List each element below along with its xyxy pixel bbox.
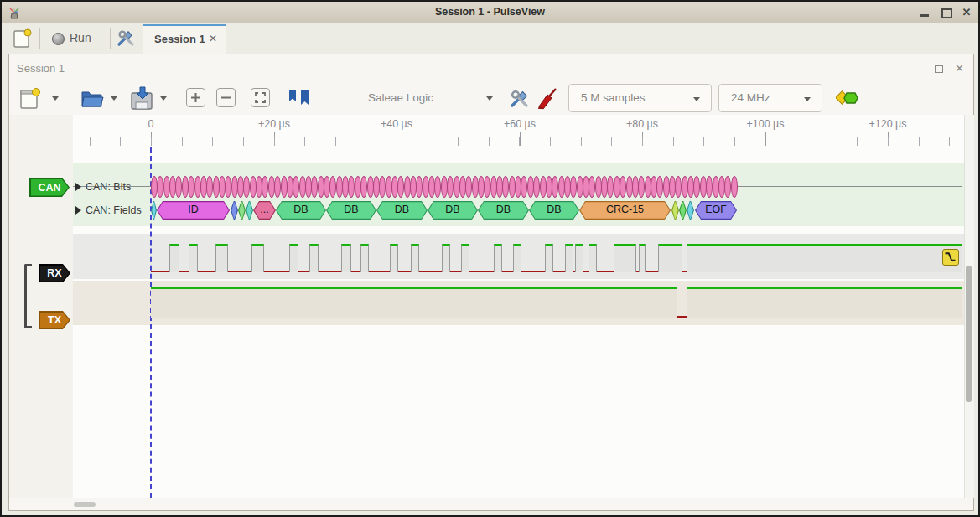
plus-icon (187, 89, 205, 106)
signal-tag-rx-label: RX (40, 266, 70, 282)
trace-view[interactable] (9, 115, 964, 498)
add-decoder-icon[interactable] (836, 90, 859, 106)
label-gutter (9, 115, 73, 498)
channels-probe-icon[interactable] (537, 86, 558, 111)
minimize-icon (920, 14, 929, 17)
run-label: Run (70, 31, 91, 44)
sample-count-caret (693, 97, 700, 101)
dock-title: Session 1 (17, 62, 65, 75)
zoom-out-button[interactable] (216, 88, 236, 107)
toolbar-separator (39, 28, 40, 49)
float-icon (935, 65, 943, 73)
row-label-can-bits[interactable]: CAN: Bits (86, 181, 131, 193)
settings-wrench-icon[interactable] (116, 28, 136, 48)
horizontal-scrollbar-handle[interactable] (74, 502, 96, 507)
titlebar: Session 1 - PulseView ✕ (2, 2, 978, 23)
run-button[interactable]: Run (45, 25, 104, 50)
device-selector[interactable]: Saleae Logic (368, 91, 433, 104)
dock-float-button[interactable] (935, 62, 946, 74)
sample-rate-value: 24 MHz (731, 91, 770, 104)
channel-group-bracket (24, 264, 32, 328)
sample-rate-caret (804, 97, 811, 101)
maximize-button[interactable] (936, 2, 955, 23)
vertical-scrollbar-handle[interactable] (966, 266, 972, 402)
sample-count-combobox[interactable]: 5 M samples (568, 84, 712, 112)
new-file-icon[interactable] (18, 87, 42, 111)
zoom-in-button[interactable] (186, 88, 205, 107)
window-title: Session 1 - PulseView (2, 6, 978, 18)
toolbar-separator (110, 28, 111, 49)
decoder-tag-can-label: CAN (31, 179, 69, 196)
close-button[interactable]: ✕ (957, 2, 976, 23)
new-file-dropdown-caret[interactable] (52, 96, 59, 101)
open-file-icon[interactable] (80, 87, 105, 109)
configure-device-icon[interactable] (508, 87, 531, 110)
tab-session-1[interactable]: Session 1 ✕ (143, 24, 226, 54)
save-file-dropdown-caret[interactable] (160, 96, 167, 101)
tab-label: Session 1 (154, 33, 205, 45)
zoom-fit-button[interactable] (251, 88, 270, 107)
decoder-tag-can[interactable]: CAN (29, 178, 70, 197)
open-file-dropdown-caret[interactable] (111, 96, 117, 101)
row-label-can-fields[interactable]: CAN: Fields (86, 204, 142, 216)
minimize-button[interactable] (915, 2, 934, 23)
save-file-icon[interactable] (129, 86, 154, 111)
minus-icon (217, 89, 235, 106)
tab-close-icon[interactable]: ✕ (209, 33, 217, 44)
sample-rate-combobox[interactable]: 24 MHz (718, 84, 822, 112)
device-dropdown-caret[interactable] (486, 96, 493, 101)
run-state-icon (52, 33, 65, 45)
sample-count-value: 5 M samples (581, 91, 646, 104)
pulseview-window: Session 1 - PulseView ✕ Run Session 1 ✕ … (0, 0, 980, 517)
new-session-icon[interactable] (12, 28, 34, 49)
dock-close-button[interactable]: ✕ (955, 62, 964, 75)
row-expander-fields[interactable] (75, 206, 81, 215)
row-expander-bits[interactable] (75, 183, 81, 191)
fit-corners-icon (251, 89, 269, 106)
signal-tag-tx-label: TX (40, 313, 70, 328)
maximize-icon (941, 8, 952, 18)
show-cursors-flags-icon[interactable] (287, 88, 312, 110)
